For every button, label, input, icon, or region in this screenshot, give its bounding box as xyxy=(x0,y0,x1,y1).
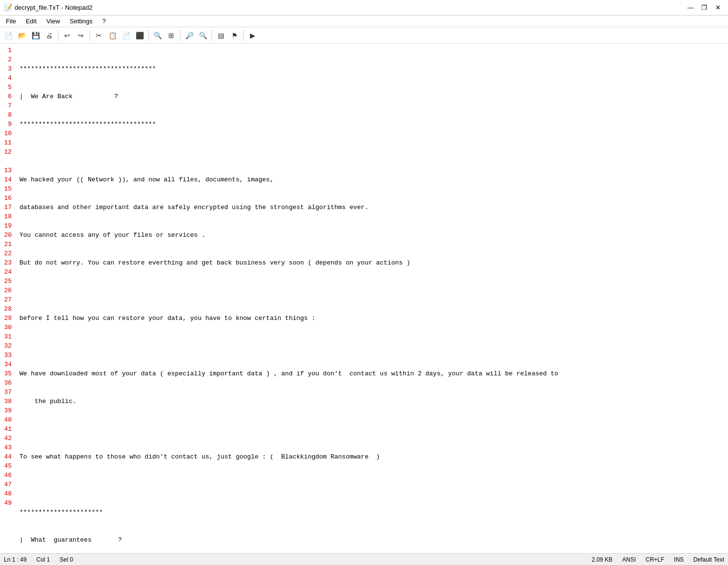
toolbar-undo[interactable]: ↩ xyxy=(61,29,73,42)
ln-2: 2 xyxy=(2,55,12,64)
ln-27: 27 xyxy=(2,295,12,304)
ln-24: 24 xyxy=(2,267,12,277)
ln-44: 44 xyxy=(2,452,12,461)
ln-26: 26 xyxy=(2,286,12,295)
toolbar-replace[interactable]: ⊞ xyxy=(165,29,178,42)
ln-13: 13 xyxy=(2,166,12,175)
editor-container[interactable]: 1 2 3 4 5 6 7 8 9 10 11 12 13 14 15 16 1… xyxy=(0,44,728,553)
ln-34: 34 xyxy=(2,360,12,369)
text-line-12b: the public. xyxy=(19,397,724,406)
status-sel: Sel 0 xyxy=(60,556,73,563)
ln-15: 15 xyxy=(2,184,12,194)
toolbar-save[interactable]: 💾 xyxy=(29,29,42,42)
text-line-15 xyxy=(19,480,724,489)
menu-bar: File Edit View Settings ? xyxy=(0,16,728,27)
toolbar-zoomout[interactable]: 🔍 xyxy=(196,29,209,42)
toolbar-new[interactable]: 📄 xyxy=(2,29,15,42)
toolbar-sep-4 xyxy=(180,30,180,41)
ln-14: 14 xyxy=(2,175,12,184)
ln-38: 38 xyxy=(2,397,12,406)
ln-30: 30 xyxy=(2,323,12,332)
toolbar-cut[interactable]: ✂ xyxy=(92,29,105,42)
ln-3: 3 xyxy=(2,64,12,73)
text-line-6: databases and other important data are s… xyxy=(19,203,724,212)
ln-7: 7 xyxy=(2,101,12,110)
close-button[interactable]: ✕ xyxy=(711,2,724,13)
title-bar-left: 📝 decrypt_file.TxT - Notepad2 xyxy=(4,4,92,12)
title-bar-text: decrypt_file.TxT - Notepad2 xyxy=(15,4,92,11)
ln-28: 28 xyxy=(2,304,12,314)
ln-32: 32 xyxy=(2,341,12,351)
toolbar-find[interactable]: 🔍 xyxy=(151,29,164,42)
toolbar-open[interactable]: 📂 xyxy=(16,29,28,42)
ln-1: 1 xyxy=(2,46,12,55)
toolbar-sep-1 xyxy=(58,30,58,41)
editor-content: 1 2 3 4 5 6 7 8 9 10 11 12 13 14 15 16 1… xyxy=(0,44,728,553)
text-line-4 xyxy=(19,147,724,157)
status-ins: INS xyxy=(674,556,684,563)
ln-39: 39 xyxy=(2,406,12,415)
ln-18: 18 xyxy=(2,212,12,221)
text-line-13 xyxy=(19,424,724,434)
toolbar-tool1[interactable]: ▤ xyxy=(214,29,227,42)
toolbar-sep-6 xyxy=(243,30,244,41)
ln-42: 42 xyxy=(2,434,12,443)
toolbar-run[interactable]: ▶ xyxy=(246,29,259,42)
text-line-16: ********************** xyxy=(19,508,724,517)
toolbar-tool2[interactable]: ⚑ xyxy=(228,29,241,42)
ln-21: 21 xyxy=(2,240,12,249)
ln-40: 40 xyxy=(2,415,12,424)
maximize-button[interactable]: ❐ xyxy=(698,2,710,13)
text-line-8: But do not worry. You can restore everth… xyxy=(19,258,724,267)
title-bar: 📝 decrypt_file.TxT - Notepad2 — ❐ ✕ xyxy=(0,0,728,16)
ln-31: 31 xyxy=(2,332,12,341)
text-line-1: ************************************ xyxy=(19,64,724,73)
ln-49: 49 xyxy=(2,498,12,508)
menu-view[interactable]: View xyxy=(42,17,64,26)
menu-settings[interactable]: Settings xyxy=(66,17,96,26)
ln-23: 23 xyxy=(2,258,12,267)
text-line-7: You cannot access any of your files or s… xyxy=(19,230,724,240)
text-content[interactable]: ************************************ | W… xyxy=(16,44,728,553)
ln-45: 45 xyxy=(2,461,12,471)
menu-help[interactable]: ? xyxy=(98,17,109,26)
text-line-11 xyxy=(19,341,724,351)
toolbar-copy[interactable]: 📋 xyxy=(106,29,119,42)
status-size: 2.09 KB xyxy=(592,556,613,563)
toolbar-print[interactable]: 🖨 xyxy=(43,29,55,42)
toolbar-zoomin[interactable]: 🔎 xyxy=(183,29,195,42)
ln-37: 37 xyxy=(2,388,12,397)
ln-9: 9 xyxy=(2,120,12,129)
toolbar-selectall[interactable]: ⬛ xyxy=(133,29,146,42)
menu-file[interactable]: File xyxy=(2,17,20,26)
ln-20: 20 xyxy=(2,230,12,240)
text-line-3: ************************************ xyxy=(19,120,724,129)
title-bar-controls: — ❐ ✕ xyxy=(684,2,724,13)
menu-edit[interactable]: Edit xyxy=(22,17,40,26)
minimize-button[interactable]: — xyxy=(684,2,697,13)
ln-47: 47 xyxy=(2,480,12,489)
toolbar-sep-2 xyxy=(89,30,90,41)
ln-43: 43 xyxy=(2,443,12,452)
app-icon: 📝 xyxy=(4,4,12,12)
ln-4: 4 xyxy=(2,73,12,83)
ln-17: 17 xyxy=(2,203,12,212)
text-line-2: | We Are Back ? xyxy=(19,92,724,101)
ln-33: 33 xyxy=(2,351,12,360)
ln-41: 41 xyxy=(2,424,12,434)
toolbar-paste[interactable]: 📄 xyxy=(120,29,132,42)
ln-8: 8 xyxy=(2,110,12,120)
toolbar-redo[interactable]: ↪ xyxy=(74,29,87,42)
text-line-17: | What guarantees ? xyxy=(19,535,724,545)
text-line-9 xyxy=(19,286,724,295)
ln-36: 36 xyxy=(2,378,12,388)
ln-25: 25 xyxy=(2,277,12,286)
status-bar: Ln 1 : 49 Col 1 Sel 0 2.09 KB ANSI CR+LF… xyxy=(0,553,728,565)
toolbar-sep-3 xyxy=(148,30,149,41)
ln-12: 12 xyxy=(2,147,12,157)
text-line-12: We have downloaded most of your data ( e… xyxy=(19,369,724,378)
text-line-14: To see what happens to those who didn't … xyxy=(19,452,724,461)
line-numbers: 1 2 3 4 5 6 7 8 9 10 11 12 13 14 15 16 1… xyxy=(0,44,16,553)
ln-11: 11 xyxy=(2,138,12,147)
toolbar-sep-5 xyxy=(212,30,212,41)
